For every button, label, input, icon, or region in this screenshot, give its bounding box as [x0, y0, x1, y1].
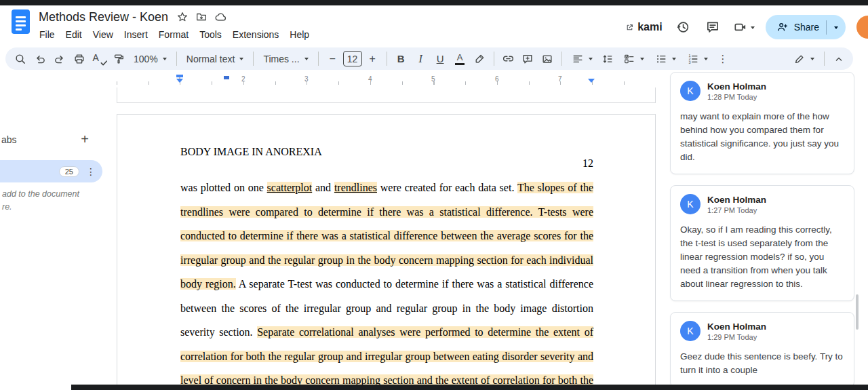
kami-extension-button[interactable]: kami [625, 21, 662, 33]
selected-tab-item[interactable]: 25 ⋮ [0, 160, 102, 182]
chevron-down-icon [163, 58, 167, 62]
comment-card[interactable]: K Koen Holman 1:29 PM Today Geez dude th… [670, 312, 854, 387]
text-segment: were created for each data set. [377, 182, 517, 193]
numbered-list-button[interactable]: 1 2 3 [682, 50, 713, 68]
ruler-number: 2 [241, 75, 245, 83]
chevron-down-icon [239, 58, 243, 62]
print-button[interactable] [70, 50, 88, 68]
comment-author: Koen Holman [707, 195, 766, 206]
numbered-list-icon: 1 2 3 [687, 53, 699, 65]
meet-call-button[interactable] [733, 20, 755, 35]
link-icon [502, 52, 515, 65]
menu-view[interactable]: View [87, 28, 119, 41]
bold-button[interactable]: B [392, 50, 410, 68]
first-line-indent-marker[interactable] [176, 75, 183, 77]
align-button[interactable] [567, 50, 597, 68]
line-spacing-button[interactable] [599, 50, 617, 68]
comment-author: Koen Holman [707, 81, 766, 92]
menu-help[interactable]: Help [284, 28, 315, 41]
decrease-font-size-button[interactable]: − [323, 50, 342, 68]
chevron-up-icon [833, 54, 844, 64]
search-menus-button[interactable] [11, 50, 29, 68]
menu-extensions[interactable]: Extensions [227, 28, 284, 41]
text-segment: was plotted on one [180, 182, 267, 193]
tab-stop-marker[interactable] [224, 76, 229, 79]
toolbar-divider [387, 52, 387, 66]
ruler-number: 6 [495, 75, 499, 83]
toolbar-divider [318, 52, 319, 66]
insert-link-button[interactable] [499, 50, 517, 68]
right-indent-marker[interactable] [588, 79, 595, 83]
page-number[interactable]: 12 [180, 157, 593, 170]
menu-insert[interactable]: Insert [119, 28, 153, 41]
redo-button[interactable] [50, 50, 68, 68]
highlight-color-button[interactable] [471, 50, 489, 68]
pen-icon [793, 53, 806, 65]
menu-format[interactable]: Format [153, 28, 194, 41]
profile-avatar[interactable] [856, 16, 868, 39]
font-size-input[interactable]: 12 [343, 51, 362, 66]
paint-format-button[interactable] [109, 50, 127, 68]
checklist-button[interactable] [618, 50, 649, 68]
version-history-button[interactable] [673, 18, 692, 37]
toolbar-divider [494, 52, 494, 66]
zoom-value: 100% [134, 54, 158, 64]
editing-mode-button[interactable] [789, 50, 819, 68]
more-toolbar-options-button[interactable]: ⋮ [714, 50, 732, 68]
comment-card[interactable]: K Koen Holman 1:28 PM Today may want to … [670, 72, 854, 174]
comment-timestamp: 1:27 PM Today [707, 206, 766, 214]
star-icon[interactable] [176, 11, 189, 23]
document-page[interactable]: BODY IMAGE IN ANOREXIA 12 was plotted on… [117, 114, 656, 390]
app-header: Methods Review - Koen File Edit [0, 5, 868, 45]
cloud-saved-icon[interactable] [214, 11, 227, 24]
undo-button[interactable] [31, 50, 49, 68]
toolbar-divider [824, 52, 825, 66]
document-title[interactable]: Methods Review - Koen [39, 10, 168, 24]
tab-comment-count-badge: 25 [59, 166, 79, 177]
scrollbar-thumb[interactable] [856, 294, 859, 330]
paragraph-style-select[interactable]: Normal text [182, 50, 249, 68]
increase-font-size-button[interactable]: + [363, 50, 382, 68]
underline-button[interactable]: U [431, 50, 450, 68]
text-segment-highlighted-underlined: trendlines [334, 182, 377, 193]
menu-edit[interactable]: Edit [60, 28, 87, 41]
move-folder-icon[interactable] [195, 11, 208, 23]
print-icon [73, 53, 85, 65]
redo-icon [54, 53, 66, 65]
hide-menus-button[interactable] [829, 50, 848, 68]
insert-image-button[interactable] [538, 50, 557, 68]
comment-author: Koen Holman [707, 321, 766, 332]
text-color-button[interactable]: A [451, 50, 469, 68]
ruler-number: 5 [431, 75, 435, 83]
share-main-button[interactable]: Share [766, 15, 826, 39]
comment-card[interactable]: K Koen Holman 1:27 PM Today Okay, so if … [670, 185, 854, 301]
menu-file[interactable]: File [34, 28, 60, 41]
history-clock-icon [675, 20, 690, 35]
left-indent-marker[interactable] [176, 79, 183, 83]
ruler-ticks [117, 81, 656, 85]
font-family-select[interactable]: Times ... [258, 50, 313, 68]
add-tab-button[interactable]: + [76, 130, 94, 148]
open-comments-button[interactable] [703, 18, 722, 37]
document-paragraph[interactable]: was plotted on one scatterplot and trend… [180, 176, 593, 390]
google-docs-logo-icon[interactable] [12, 9, 30, 34]
horizontal-ruler[interactable]: 1 2 3 4 5 6 7 [117, 75, 656, 86]
svg-text:3: 3 [688, 60, 690, 64]
spellcheck-button[interactable]: A [90, 50, 108, 68]
running-head[interactable]: BODY IMAGE IN ANOREXIA [180, 146, 322, 158]
share-button[interactable]: Share [766, 15, 846, 39]
kami-label: kami [637, 21, 662, 33]
add-comment-button[interactable] [519, 50, 537, 68]
tab-options-button[interactable]: ⋮ [86, 166, 96, 177]
chevron-down-icon [672, 58, 676, 62]
chevron-down-icon [640, 58, 644, 62]
zoom-select[interactable]: 100% [129, 50, 172, 68]
share-dropdown-button[interactable] [827, 15, 846, 39]
chevron-down-icon [589, 58, 593, 62]
menu-tools[interactable]: Tools [194, 28, 227, 41]
font-family-value: Times ... [263, 54, 299, 64]
bulleted-list-button[interactable] [650, 50, 681, 68]
italic-button[interactable]: I [412, 50, 430, 68]
previous-page-bottom[interactable] [117, 87, 656, 103]
underline-icon: U [437, 53, 444, 64]
